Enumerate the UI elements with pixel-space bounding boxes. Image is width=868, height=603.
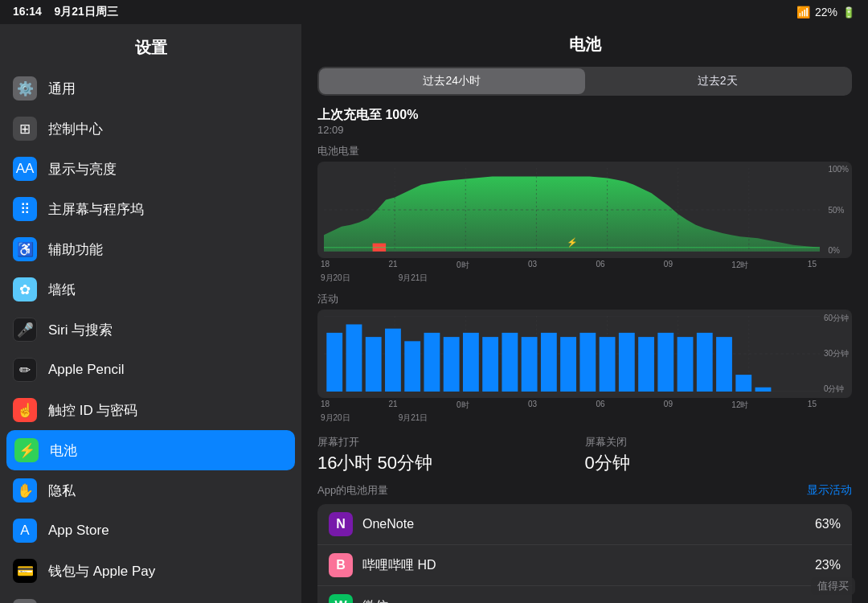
screen-stats: 屏幕打开 16小时 50分钟 屏幕关闭 0分钟 [317,435,852,475]
sidebar-item-battery[interactable]: ⚡电池 [6,430,295,470]
sidebar-label-siri: Siri 与搜索 [48,321,113,339]
sidebar-icon-control-center: ⊞ [13,117,37,141]
main-container: 设置 ⚙️通用⊞控制中心AA显示与亮度⠿主屏幕与程序坞♿辅助功能✿墙纸🎤Siri… [0,24,868,603]
svg-rect-31 [522,337,538,392]
sidebar-icon-wallet: 💳 [13,559,37,583]
screen-off-label: 屏幕关闭 [585,435,853,449]
svg-rect-32 [541,333,557,392]
charge-info: 上次充电至 100% 12:09 [317,107,852,136]
svg-rect-22 [346,324,362,392]
sidebar-item-siri[interactable]: 🎤Siri 与搜索 [0,310,301,350]
activity-chart-section: 活动 60分钟 30分钟 0分钟 [317,292,852,424]
sidebar-label-privacy: 隐私 [48,482,76,500]
sidebar-label-app-store: App Store [48,523,109,539]
sidebar-label-home: 主屏幕与程序坞 [48,200,144,219]
battery-x-dates: 9月20日 9月21日 [317,273,820,284]
app-usage-item[interactable]: W微信 [317,586,852,603]
activity-chart-svg [324,316,820,392]
svg-rect-40 [697,333,713,392]
segment-2days[interactable]: 过去2天 [585,68,851,94]
sidebar-label-general: 通用 [48,80,76,98]
sidebar-icon-general: ⚙️ [13,76,37,100]
app-pct: 63% [815,517,841,531]
app-usage-label: App的电池用量 [317,483,388,498]
activity-y-labels: 60分钟 30分钟 0分钟 [824,310,849,398]
sidebar-item-touch-id[interactable]: ☝触控 ID 与密码 [0,390,301,430]
activity-x-labels: 18 21 0时 03 06 09 12时 15 [317,398,820,412]
sidebar-item-privacy[interactable]: ✋隐私 [0,470,301,511]
app-icon: W [329,594,353,603]
charge-title: 上次充电至 100% [317,107,852,124]
app-usage-list: NOneNote63%B哔哩哔哩 HD23%W微信 [317,504,852,603]
svg-rect-25 [404,341,420,392]
sidebar-title: 设置 [0,31,301,68]
sidebar-item-wallet[interactable]: 💳钱包与 Apple Pay [0,551,301,591]
svg-rect-36 [619,333,635,392]
activity-chart-label: 活动 [317,292,852,306]
sidebar-item-control-center[interactable]: ⊞控制中心 [0,109,301,149]
battery-y-labels: 100% 50% 0% [828,162,849,258]
right-panel[interactable]: 电池 过去24小时 过去2天 上次充电至 100% 12:09 电池电量 100… [301,24,868,603]
screen-on-label: 屏幕打开 [317,435,585,449]
sidebar-icon-accessibility: ♿ [13,237,37,261]
sidebar-item-wallpaper[interactable]: ✿墙纸 [0,269,301,310]
svg-rect-30 [502,333,518,392]
app-name: OneNote [362,517,805,531]
svg-rect-23 [366,337,382,392]
sidebar-item-password[interactable]: 🔑密码 [0,591,301,603]
svg-rect-21 [326,333,342,392]
sidebar-icon-touch-id: ☝ [13,398,37,422]
app-usage-header: App的电池用量 显示活动 [317,483,852,498]
svg-rect-39 [678,337,694,392]
battery-chart-section: 电池电量 100% 50% 0% [317,144,852,284]
sidebar-items: ⚙️通用⊞控制中心AA显示与亮度⠿主屏幕与程序坞♿辅助功能✿墙纸🎤Siri 与搜… [0,68,301,603]
sidebar: 设置 ⚙️通用⊞控制中心AA显示与亮度⠿主屏幕与程序坞♿辅助功能✿墙纸🎤Siri… [0,24,301,603]
sidebar-icon-password: 🔑 [13,599,37,603]
battery-percentage: 22% [815,6,837,18]
app-usage-item[interactable]: B哔哩哔哩 HD23% [317,545,852,586]
watermark: 值得买 [811,577,855,595]
segment-24h[interactable]: 过去24小时 [319,68,585,94]
sidebar-label-touch-id: 触控 ID 与密码 [48,401,137,420]
sidebar-item-general[interactable]: ⚙️通用 [0,68,301,109]
app-icon: N [329,512,353,536]
show-activity-button[interactable]: 显示活动 [807,483,852,498]
svg-rect-35 [600,337,616,392]
segment-control: 过去24小时 过去2天 [317,67,852,96]
svg-rect-43 [755,388,772,392]
battery-chart-svg: ⚡ [324,168,820,252]
sidebar-label-display: 显示与亮度 [48,160,117,178]
wifi-icon: 📶 [796,6,810,18]
sidebar-item-app-store[interactable]: AApp Store [0,511,301,551]
svg-rect-34 [579,333,596,392]
sidebar-icon-pencil: ✏ [13,358,37,382]
status-time: 16:14 [13,5,42,18]
screen-on-value: 16小时 50分钟 [317,451,585,475]
app-pct: 23% [815,558,841,572]
charge-time: 12:09 [317,124,852,136]
sidebar-icon-siri: 🎤 [13,318,37,342]
sidebar-label-wallet: 钱包与 Apple Pay [48,562,155,580]
sidebar-item-display[interactable]: AA显示与亮度 [0,149,301,189]
svg-rect-41 [716,337,732,392]
watermark-text: 值得买 [817,580,849,592]
svg-rect-29 [482,337,498,392]
sidebar-icon-display: AA [13,157,37,181]
sidebar-icon-privacy: ✋ [13,478,37,503]
svg-rect-42 [735,375,751,392]
app-name: 微信 [362,598,831,604]
sidebar-item-pencil[interactable]: ✏Apple Pencil [0,350,301,390]
screen-on-stat: 屏幕打开 16小时 50分钟 [317,435,585,475]
app-usage-item[interactable]: NOneNote63% [317,504,852,545]
sidebar-item-accessibility[interactable]: ♿辅助功能 [0,229,301,269]
status-bar: 16:14 9月21日周三 📶 22% 🔋 [0,0,868,24]
battery-chart: 100% 50% 0% [317,162,852,258]
sidebar-label-control-center: 控制中心 [48,120,103,138]
sidebar-label-battery: 电池 [50,441,77,460]
activity-chart: 60分钟 30分钟 0分钟 [317,310,852,398]
svg-rect-24 [385,329,401,392]
sidebar-item-home[interactable]: ⠿主屏幕与程序坞 [0,189,301,229]
screen-off-stat: 屏幕关闭 0分钟 [585,435,853,475]
svg-rect-33 [560,337,576,392]
sidebar-label-wallpaper: 墙纸 [48,281,76,299]
